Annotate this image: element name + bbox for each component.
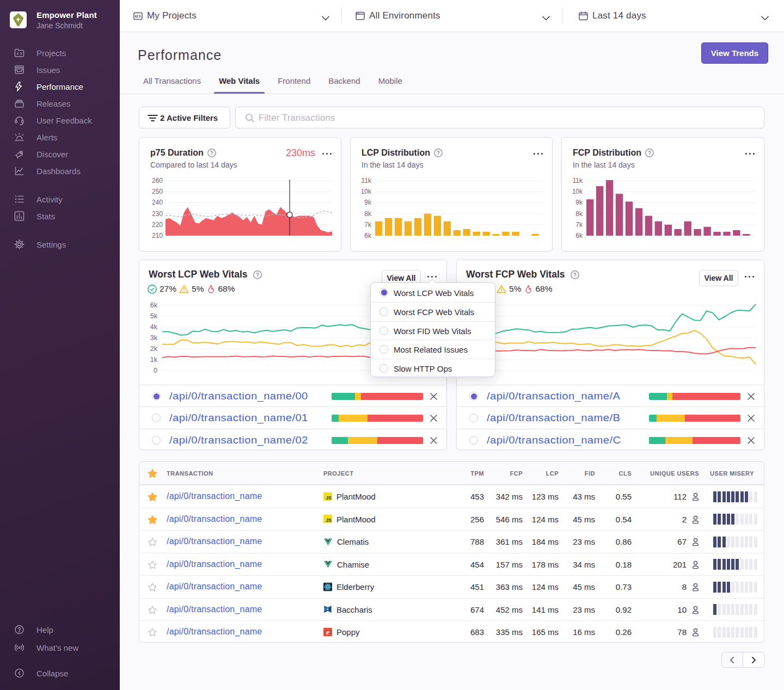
svg-text:JS: JS: [326, 495, 332, 501]
svg-text:JS: JS: [326, 518, 332, 523]
svg-text:e: e: [326, 628, 329, 636]
